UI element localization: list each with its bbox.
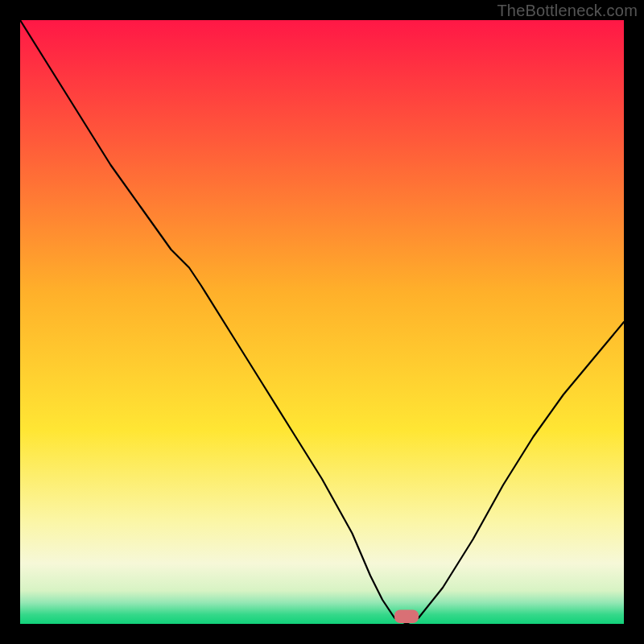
plot-svg <box>20 20 624 624</box>
plot-area <box>20 20 624 624</box>
chart-frame: TheBottleneck.com <box>0 0 644 644</box>
watermark-text: TheBottleneck.com <box>497 2 638 20</box>
background-gradient <box>20 20 624 624</box>
optimal-marker <box>394 610 419 624</box>
